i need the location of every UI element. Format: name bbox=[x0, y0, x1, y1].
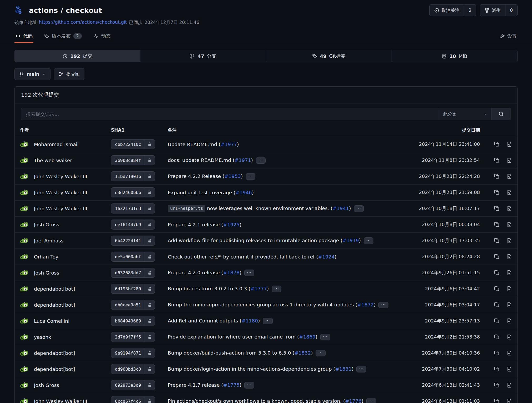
stat-commits[interactable]: 192 提交 bbox=[15, 50, 140, 62]
commit-author[interactable]: Josh Gross bbox=[20, 268, 111, 277]
branch-selector[interactable]: main bbox=[14, 68, 50, 80]
tab-releases[interactable]: 版本发布 2 bbox=[43, 29, 83, 43]
view-file-at-commit-button[interactable] bbox=[507, 270, 512, 275]
forks-count[interactable]: 0 bbox=[505, 4, 517, 16]
unwatch-button[interactable]: 取消关注 2 bbox=[429, 4, 476, 16]
commit-sha-link[interactable]: d632683dd7 bbox=[111, 268, 155, 278]
view-file-at-commit-button[interactable] bbox=[507, 286, 512, 291]
copy-sha-button[interactable] bbox=[494, 334, 499, 340]
commit-author[interactable]: John Wesley Walker III bbox=[20, 204, 111, 213]
commit-author[interactable]: Orhan Toy bbox=[20, 252, 111, 261]
issue-link[interactable]: #1941 bbox=[333, 205, 349, 211]
issue-link[interactable]: #1953 bbox=[224, 173, 241, 179]
copy-sha-button[interactable] bbox=[494, 142, 499, 147]
commit-author[interactable]: dependabot[bot] bbox=[20, 365, 111, 374]
issue-link[interactable]: #1832 bbox=[295, 350, 311, 355]
expand-commit-body-button[interactable]: ··· bbox=[272, 286, 281, 292]
commit-sha-link[interactable]: dd960bd3c3 bbox=[111, 364, 155, 374]
copy-sha-button[interactable] bbox=[494, 382, 499, 388]
expand-commit-body-button[interactable]: ··· bbox=[263, 318, 272, 324]
fork-button[interactable]: 派生 0 bbox=[480, 4, 518, 16]
commit-sha-link[interactable]: 11bd71901b bbox=[111, 171, 155, 181]
view-file-at-commit-button[interactable] bbox=[507, 158, 512, 163]
copy-sha-button[interactable] bbox=[494, 286, 499, 291]
issue-link[interactable]: #1924 bbox=[318, 254, 335, 260]
search-button[interactable] bbox=[491, 108, 511, 120]
commit-author[interactable]: dependabot[bot] bbox=[20, 349, 111, 357]
commit-author[interactable]: dependabot[bot] bbox=[20, 285, 111, 293]
copy-sha-button[interactable] bbox=[494, 350, 499, 356]
expand-commit-body-button[interactable]: ··· bbox=[244, 382, 254, 389]
tab-activity[interactable]: 动态 bbox=[93, 29, 112, 43]
view-file-at-commit-button[interactable] bbox=[507, 142, 512, 147]
commit-author[interactable]: Luca Comellini bbox=[20, 317, 111, 325]
view-file-at-commit-button[interactable] bbox=[507, 366, 512, 372]
commit-sha-link[interactable]: db0cee9a51 bbox=[111, 300, 155, 310]
commit-graph-button[interactable]: 提交图 bbox=[54, 68, 84, 80]
copy-sha-button[interactable] bbox=[494, 302, 499, 307]
commit-author[interactable]: Josh Gross bbox=[20, 220, 111, 229]
expand-commit-body-button[interactable]: ··· bbox=[246, 173, 255, 180]
issue-link[interactable]: #1831 bbox=[335, 366, 352, 371]
view-file-at-commit-button[interactable] bbox=[507, 382, 512, 388]
repo-owner-link[interactable]: actions bbox=[29, 6, 58, 14]
watchers-count[interactable]: 2 bbox=[464, 4, 476, 16]
issue-link[interactable]: #1777 bbox=[250, 286, 267, 291]
copy-sha-button[interactable] bbox=[494, 174, 499, 179]
issue-link[interactable]: #1919 bbox=[342, 237, 359, 243]
copy-sha-button[interactable] bbox=[494, 254, 499, 259]
issue-link[interactable]: #1925 bbox=[223, 222, 240, 227]
commit-author[interactable]: yasonk bbox=[20, 333, 111, 341]
branch-scope-dropdown[interactable]: 此分支 bbox=[439, 108, 491, 120]
expand-commit-body-button[interactable]: ··· bbox=[320, 334, 330, 340]
commit-sha-link[interactable]: 3b9b8c884f bbox=[111, 155, 155, 165]
expand-commit-body-button[interactable]: ··· bbox=[378, 302, 388, 308]
issue-link[interactable]: #1872 bbox=[357, 302, 374, 307]
commit-sha-link[interactable]: 9a9194f871 bbox=[111, 348, 155, 358]
issue-link[interactable]: #1775 bbox=[223, 382, 240, 387]
copy-sha-button[interactable] bbox=[494, 190, 499, 195]
commit-author[interactable]: Josh Gross bbox=[20, 381, 111, 390]
commit-sha-link[interactable]: de5a000abf bbox=[111, 252, 155, 262]
commit-sha-link[interactable]: 6b42224f41 bbox=[111, 236, 155, 246]
view-file-at-commit-button[interactable] bbox=[507, 206, 512, 211]
expand-commit-body-button[interactable]: ··· bbox=[366, 398, 376, 403]
copy-sha-button[interactable] bbox=[494, 158, 499, 163]
copy-sha-button[interactable] bbox=[494, 270, 499, 275]
mirror-url-link[interactable]: https://github.com/actions/checkout.git bbox=[39, 19, 127, 26]
expand-commit-body-button[interactable]: ··· bbox=[356, 366, 366, 372]
issue-link[interactable]: #1776 bbox=[345, 398, 362, 403]
copy-sha-button[interactable] bbox=[494, 206, 499, 211]
issue-link[interactable]: #1977 bbox=[221, 142, 237, 147]
tab-code[interactable]: 代码 bbox=[14, 29, 33, 43]
commit-sha-link[interactable]: 2d7d9f7ff5 bbox=[111, 332, 155, 342]
commit-sha-link[interactable]: 692973e3d9 bbox=[111, 380, 155, 390]
view-file-at-commit-button[interactable] bbox=[507, 174, 512, 179]
commit-sha-link[interactable]: 163217dfcd bbox=[111, 203, 155, 213]
commit-sha-link[interactable]: 6d193bf280 bbox=[111, 284, 155, 294]
commit-author[interactable]: dependabot[bot] bbox=[20, 301, 111, 309]
copy-sha-button[interactable] bbox=[494, 399, 499, 403]
tab-settings[interactable]: 设置 bbox=[499, 29, 518, 43]
issue-link[interactable]: #1180 bbox=[242, 318, 258, 323]
copy-sha-button[interactable] bbox=[494, 318, 499, 324]
expand-commit-body-button[interactable]: ··· bbox=[256, 157, 266, 164]
view-file-at-commit-button[interactable] bbox=[507, 334, 512, 340]
commit-author[interactable]: John Wesley Walker III bbox=[20, 397, 111, 403]
commit-sha-link[interactable]: eef61447b9 bbox=[111, 220, 155, 230]
expand-commit-body-button[interactable]: ··· bbox=[316, 350, 325, 356]
view-file-at-commit-button[interactable] bbox=[507, 238, 512, 243]
expand-commit-body-button[interactable]: ··· bbox=[364, 237, 373, 244]
view-file-at-commit-button[interactable] bbox=[507, 350, 512, 356]
commit-author[interactable]: Joel Ambass bbox=[20, 236, 111, 245]
view-file-at-commit-button[interactable] bbox=[507, 190, 512, 195]
stat-size[interactable]: 10 MiB bbox=[392, 50, 517, 62]
issue-link[interactable]: #1869 bbox=[299, 334, 316, 339]
view-file-at-commit-button[interactable] bbox=[507, 399, 512, 403]
view-file-at-commit-button[interactable] bbox=[507, 222, 512, 227]
commit-author[interactable]: Mohammad Ismail bbox=[20, 140, 111, 149]
commit-sha-link[interactable]: cbb722410c bbox=[111, 139, 155, 149]
expand-commit-body-button[interactable]: ··· bbox=[244, 270, 254, 276]
commit-author[interactable]: John Wesley Walker III bbox=[20, 188, 111, 197]
expand-commit-body-button[interactable]: ··· bbox=[354, 205, 363, 212]
